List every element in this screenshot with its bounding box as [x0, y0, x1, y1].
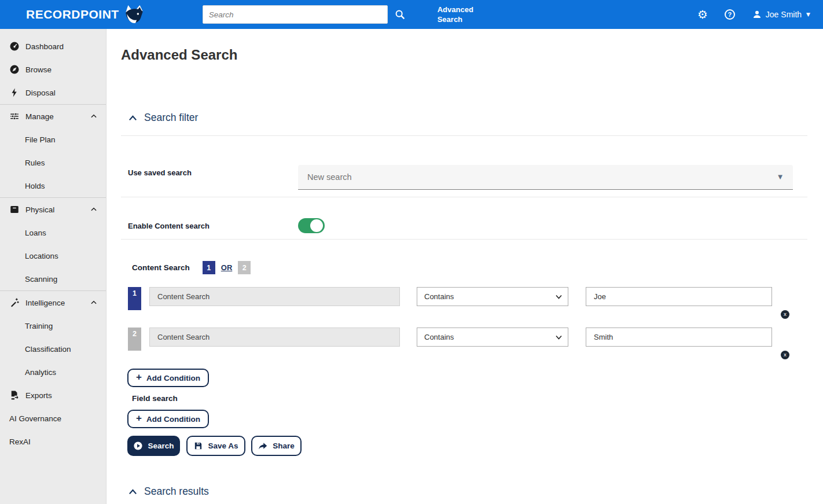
sidebar-item-label: RexAI [9, 437, 31, 446]
sidebar-item-ai-governance[interactable]: AI Governance [0, 407, 106, 430]
add-field-condition-button[interactable]: + Add Condition [127, 410, 209, 428]
section-header-search-filter[interactable]: Search filter [128, 112, 807, 124]
content-search-label: Content Search [132, 263, 190, 272]
sidebar-item-disposal[interactable]: Disposal [0, 81, 106, 104]
archive-box-icon [9, 204, 20, 215]
sidebar-item-locations[interactable]: Locations [0, 244, 106, 267]
button-label: Search [148, 442, 174, 450]
saved-search-label: Use saved search [128, 165, 298, 177]
sidebar-item-label: Dashboard [25, 42, 64, 51]
row-number-badge: 1 [128, 287, 141, 310]
field-search-label: Field search [132, 394, 807, 403]
condition-badge-2[interactable]: 2 [238, 261, 251, 274]
brand-logo[interactable]: RECORDPOINT [26, 5, 145, 24]
chevron-up-icon [128, 113, 138, 123]
condition-field-input [149, 328, 400, 347]
section-title: Search results [144, 485, 209, 498]
dashboard-icon [9, 41, 20, 51]
condition-row: 1 Contains x [128, 287, 807, 310]
user-menu[interactable]: Joe Smith ▼ [752, 9, 810, 20]
page-title: Advanced Search [121, 47, 807, 63]
toggle-knob [310, 219, 323, 232]
sidebar-item-physical[interactable]: Physical [0, 198, 106, 221]
condition-value-input[interactable] [586, 287, 772, 306]
sidebar-item-analytics[interactable]: Analytics [0, 360, 106, 384]
actions-row: Search Save As Share [127, 436, 807, 456]
plus-icon: + [136, 371, 142, 383]
divider [121, 197, 807, 197]
sidebar-item-rexai[interactable]: RexAI [0, 430, 106, 453]
help-icon[interactable]: ? [725, 9, 735, 20]
chevron-down-icon: ▼ [806, 12, 810, 17]
sidebar-item-browse[interactable]: Browse [0, 58, 106, 81]
sliders-icon [9, 111, 20, 122]
global-search-button[interactable] [390, 5, 410, 24]
search-button[interactable]: Search [127, 436, 180, 456]
sidebar-item-dashboard[interactable]: Dashboard [0, 35, 106, 58]
sidebar-item-label: Rules [25, 159, 45, 167]
sidebar-item-label: AI Governance [9, 414, 61, 423]
chevron-up-icon [90, 299, 98, 307]
sidebar-item-training[interactable]: Training [0, 314, 106, 337]
sidebar-item-manage[interactable]: Manage [0, 105, 106, 128]
button-label: Add Condition [146, 415, 200, 424]
sidebar-item-label: Physical [25, 205, 54, 214]
sidebar-item-label: Analytics [25, 368, 56, 377]
global-search-input[interactable] [203, 5, 388, 24]
sidebar-item-scanning[interactable]: Scanning [0, 267, 106, 290]
remove-condition-button[interactable]: x [781, 310, 789, 319]
divider [121, 239, 807, 240]
topbar: RECORDPOINT Advanced Search ⚙ ? J [0, 0, 823, 29]
magic-wand-icon [9, 297, 20, 308]
chevron-down-icon: ▼ [778, 174, 782, 180]
plus-icon: + [136, 413, 142, 424]
sidebar-item-holds[interactable]: Holds [0, 174, 106, 197]
content-search-toggle-row: Enable Content search [128, 218, 807, 233]
sidebar-item-rules[interactable]: Rules [0, 151, 106, 174]
sidebar-item-label: Browse [25, 65, 52, 74]
condition-operator-select[interactable]: Contains [417, 287, 568, 306]
gear-icon[interactable]: ⚙ [697, 8, 708, 21]
enable-content-search-label: Enable Content search [128, 222, 298, 230]
share-arrow-icon [258, 441, 268, 451]
sidebar-item-exports[interactable]: Exports [0, 384, 106, 407]
play-circle-icon [133, 441, 143, 451]
sidebar-item-label: Exports [25, 391, 52, 400]
remove-condition-button[interactable]: x [781, 351, 789, 359]
sidebar-item-label: Holds [25, 182, 45, 190]
sidebar-item-classification[interactable]: Classification [0, 337, 106, 360]
sidebar-item-intelligence[interactable]: Intelligence [0, 291, 106, 314]
section-header-search-results[interactable]: Search results [128, 485, 807, 498]
sidebar-item-label: Classification [25, 345, 71, 354]
condition-field-input [149, 287, 400, 306]
section-title: Search filter [144, 112, 198, 124]
sidebar-item-label: Loans [25, 229, 46, 237]
mascot-icon [124, 5, 145, 24]
sidebar-item-label: File Plan [25, 135, 56, 144]
file-export-icon [9, 390, 20, 400]
condition-value-input[interactable] [586, 328, 772, 347]
condition-operator-select[interactable]: Contains [417, 328, 568, 347]
operator-join-link[interactable]: OR [221, 263, 233, 272]
compass-icon [9, 64, 20, 75]
enable-content-search-toggle[interactable] [298, 218, 325, 233]
row-number-badge: 2 [128, 328, 141, 351]
button-label: Share [273, 442, 295, 450]
sidebar-item-loans[interactable]: Loans [0, 221, 106, 244]
sidebar-item-label: Training [25, 322, 53, 330]
add-content-condition-button[interactable]: + Add Condition [127, 369, 209, 387]
sidebar-item-file-plan[interactable]: File Plan [0, 128, 106, 151]
condition-row: 2 Contains x [128, 328, 807, 351]
condition-badge-1[interactable]: 1 [203, 261, 215, 274]
search-icon [394, 8, 406, 21]
user-name: Joe Smith [766, 10, 802, 19]
share-button[interactable]: Share [251, 436, 302, 456]
divider [121, 135, 807, 136]
topnav-advanced-search[interactable]: Advanced Search [438, 5, 476, 24]
person-icon [752, 9, 762, 20]
chevron-up-icon [90, 112, 98, 120]
save-icon [193, 441, 203, 451]
brand-name: RECORDPOINT [26, 8, 119, 21]
saved-search-select[interactable]: New search ▼ [298, 165, 793, 190]
save-as-button[interactable]: Save As [186, 436, 245, 456]
